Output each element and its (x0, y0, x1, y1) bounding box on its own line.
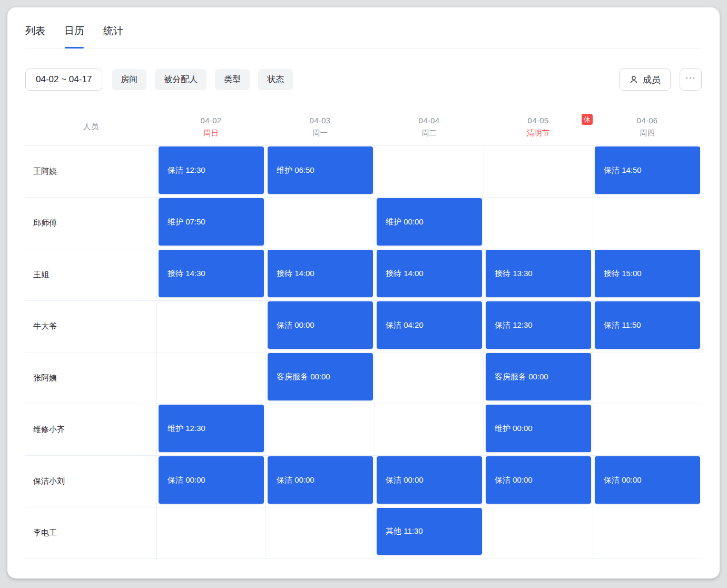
event-block[interactable]: 维护 00:00 (486, 405, 591, 452)
day-cell (484, 198, 593, 249)
day-header-weekday: 周四 (640, 128, 655, 138)
day-cell: 接待 15:00 (593, 249, 702, 300)
day-cell: 保洁 14:50 (593, 146, 702, 197)
table-row: 邱师傅维护 07:50维护 00:00 (25, 197, 702, 249)
table-row: 王姐接待 14:30接待 14:00接待 14:00接待 13:30接待 15:… (25, 249, 702, 300)
person-name: 牛大爷 (25, 301, 156, 352)
event-block[interactable]: 保洁 00:00 (595, 456, 700, 504)
day-cell (375, 404, 484, 455)
filter-chips: 房间被分配人类型状态 (112, 69, 301, 90)
event-block[interactable]: 接待 14:30 (159, 250, 264, 297)
members-button[interactable]: 成员 (619, 68, 671, 91)
grid-header-row: 人员 04-02周日04-03周一04-04周二04-05清明节休04-06周四 (25, 108, 702, 145)
event-block[interactable]: 维护 00:00 (377, 198, 482, 246)
day-cell: 保洁 12:30 (156, 146, 266, 197)
event-block[interactable]: 接待 13:30 (486, 250, 591, 297)
day-cell (375, 352, 484, 404)
event-block[interactable]: 客房服务 00:00 (486, 353, 591, 400)
day-cell: 其他 11:30 (375, 507, 484, 558)
day-header-weekday: 清明节 (527, 128, 550, 138)
day-cell: 保洁 00:00 (375, 456, 484, 507)
event-block[interactable]: 保洁 11:50 (595, 301, 700, 349)
event-block[interactable]: 保洁 14:50 (595, 146, 700, 194)
table-row: 维修小齐维护 12:30维护 00:00 (25, 404, 702, 455)
filter-bar: 04-02 ~ 04-17 房间被分配人类型状态 成员 ··· (25, 68, 702, 91)
filter-type[interactable]: 类型 (215, 69, 250, 90)
table-row: 李电工其他 11:30 (25, 507, 702, 558)
day-header-weekday: 周一 (312, 128, 328, 138)
day-cell: 接待 14:30 (156, 249, 266, 300)
tab-calendar[interactable]: 日历 (64, 24, 84, 48)
day-cell (593, 198, 702, 249)
filter-status[interactable]: 状态 (258, 69, 293, 90)
day-cell (156, 507, 266, 558)
day-cell: 保洁 00:00 (156, 456, 266, 507)
grid-body: 王阿姨保洁 12:30维护 06:50保洁 14:50邱师傅维护 07:50维护… (25, 145, 702, 558)
day-cell: 保洁 00:00 (593, 456, 702, 507)
day-cell: 保洁 04:20 (375, 301, 484, 352)
rest-badge: 休 (582, 114, 593, 125)
event-block[interactable]: 接待 15:00 (595, 250, 700, 297)
event-block[interactable]: 维护 07:50 (159, 198, 264, 246)
person-name: 王姐 (25, 249, 156, 300)
day-cell: 客房服务 00:00 (266, 352, 375, 404)
day-cell (593, 507, 702, 558)
event-block[interactable]: 保洁 00:00 (268, 456, 373, 504)
more-button[interactable]: ··· (680, 68, 702, 91)
person-column-header: 人员 (25, 108, 156, 145)
event-block[interactable]: 保洁 04:20 (377, 301, 482, 349)
table-row: 保洁小刘保洁 00:00保洁 00:00保洁 00:00保洁 00:00保洁 0… (25, 455, 702, 507)
filter-assignee[interactable]: 被分配人 (155, 69, 207, 90)
day-header-04-05: 04-05清明节休 (484, 108, 593, 145)
day-cell: 客房服务 00:00 (484, 352, 593, 404)
event-block[interactable]: 接待 14:00 (377, 250, 482, 297)
person-name: 保洁小刘 (25, 456, 156, 507)
day-header-date: 04-05 (528, 116, 549, 125)
table-row: 张阿姨客房服务 00:00客房服务 00:00 (25, 352, 702, 404)
day-cell: 维护 07:50 (156, 198, 266, 249)
person-name: 张阿姨 (25, 352, 156, 404)
event-block[interactable]: 保洁 00:00 (486, 456, 591, 504)
day-cell: 接待 14:00 (266, 249, 375, 300)
day-cell (266, 507, 375, 558)
day-header-weekday: 周二 (421, 128, 437, 138)
day-header-weekday: 周日 (203, 128, 219, 138)
event-block[interactable]: 其他 11:30 (377, 508, 482, 555)
panel-card: 列表日历统计 04-02 ~ 04-17 房间被分配人类型状态 成员 ··· 人… (7, 7, 720, 579)
event-block[interactable]: 保洁 00:00 (377, 456, 482, 504)
day-cell (484, 507, 593, 558)
person-name: 维修小齐 (25, 404, 156, 455)
schedule-grid: 人员 04-02周日04-03周一04-04周二04-05清明节休04-06周四… (25, 108, 702, 558)
date-range-filter[interactable]: 04-02 ~ 04-17 (25, 68, 102, 91)
tab-list[interactable]: 列表 (25, 24, 45, 48)
day-cell: 保洁 00:00 (266, 456, 375, 507)
event-block[interactable]: 保洁 12:30 (486, 301, 591, 349)
event-block[interactable]: 客房服务 00:00 (268, 353, 373, 400)
day-cell: 保洁 11:50 (593, 301, 702, 352)
event-block[interactable]: 保洁 00:00 (268, 301, 373, 349)
event-block[interactable]: 接待 14:00 (268, 250, 373, 297)
day-header-date: 04-03 (310, 116, 331, 125)
event-block[interactable]: 维护 12:30 (159, 405, 264, 452)
event-block[interactable]: 保洁 00:00 (159, 456, 264, 504)
day-cell (593, 404, 702, 455)
day-cell: 保洁 00:00 (266, 301, 375, 352)
event-block[interactable]: 维护 06:50 (268, 146, 373, 194)
person-name: 李电工 (25, 507, 156, 558)
filter-room[interactable]: 房间 (112, 69, 146, 90)
event-block[interactable]: 保洁 12:30 (159, 146, 264, 194)
day-header-date: 04-02 (201, 116, 222, 125)
day-cell (156, 352, 266, 404)
person-name: 王阿姨 (25, 146, 156, 197)
day-header-04-04: 04-04周二 (375, 108, 484, 145)
day-cell (266, 404, 375, 455)
ellipsis-icon: ··· (685, 73, 696, 83)
day-cell (156, 301, 266, 352)
table-row: 王阿姨保洁 12:30维护 06:50保洁 14:50 (25, 145, 702, 197)
day-cell: 维护 06:50 (266, 146, 375, 197)
person-icon (629, 75, 638, 84)
day-cell (375, 146, 484, 197)
tab-stats[interactable]: 统计 (103, 24, 123, 48)
day-cell: 维护 00:00 (375, 198, 484, 249)
day-header-date: 04-04 (419, 116, 440, 125)
